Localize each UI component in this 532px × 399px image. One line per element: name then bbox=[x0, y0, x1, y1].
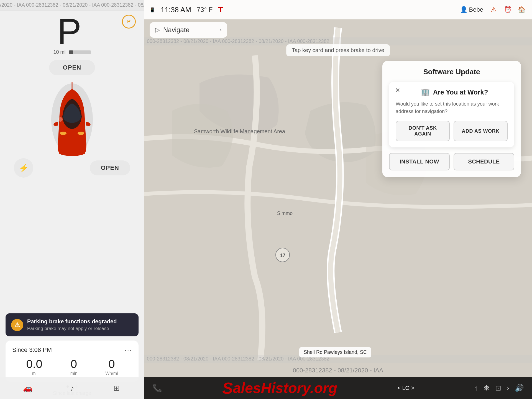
bottom-up-icon[interactable]: ↑ bbox=[474, 384, 478, 392]
navigate-chevron-icon: › bbox=[220, 26, 222, 34]
minutes-value: 0 bbox=[70, 358, 78, 370]
bottom-status-bar: 📞 S alesHistory.org < LO > ↑ ❋ ⊡ › 🔊 bbox=[144, 377, 532, 399]
svg-point-6 bbox=[58, 117, 63, 122]
warning-text: Parking brake functions degraded Parking… bbox=[27, 318, 117, 331]
top-bar: 📱 11:38 AM 73° F T 👤 Bebe ⚠ ⏰ 🏠 bbox=[144, 0, 532, 19]
car-image bbox=[42, 78, 103, 155]
map-label-simmo: Simmo bbox=[277, 211, 293, 216]
gear-indicator: P bbox=[57, 13, 81, 49]
wh-unit: Wh/mi bbox=[105, 371, 118, 376]
watermark-bottom: 000-28312382 - 08/21/2020 - IAA bbox=[144, 367, 532, 374]
open-trunk-button[interactable]: OPEN bbox=[90, 160, 130, 175]
stat-wh: 0 Wh/mi bbox=[105, 358, 118, 376]
warning-description: Parking brake may not apply or release bbox=[27, 326, 117, 331]
schedule-button[interactable]: SCHEDULE bbox=[454, 153, 514, 170]
work-dialog-buttons: DON'T ASK AGAIN ADD AS WORK bbox=[396, 121, 508, 141]
alarm-icon[interactable]: ⏰ bbox=[503, 5, 513, 15]
warning-banner: ⚠ Parking brake functions degraded Parki… bbox=[6, 313, 139, 336]
svg-point-3 bbox=[60, 147, 66, 150]
tesla-logo: T bbox=[218, 5, 223, 14]
svg-text:17: 17 bbox=[280, 253, 285, 258]
right-map-panel: 17 📱 11:38 AM 73° F T 👤 Bebe ⚠ ⏰ 🏠 bbox=[144, 0, 532, 399]
tap-prompt: Tap key card and press brake to drive bbox=[286, 44, 390, 56]
bottom-rear-icon[interactable]: ⊡ bbox=[495, 384, 501, 392]
phone-indicator: 📱 bbox=[150, 7, 155, 12]
nav-apps-icon[interactable]: ⊞ bbox=[109, 381, 123, 395]
bottom-chevron-right-icon[interactable]: › bbox=[507, 384, 509, 392]
stats-card: Since 3:08 PM ··· 0.0 mi 0 min 0 Wh/mi bbox=[6, 341, 139, 382]
work-dialog-close-button[interactable]: ✕ bbox=[393, 86, 402, 95]
work-building-icon: 🏢 bbox=[421, 88, 430, 96]
software-update-title: Software Update bbox=[389, 68, 514, 76]
bottom-right-icons: ↑ ❋ ⊡ › 🔊 bbox=[474, 384, 524, 392]
warning-title: Parking brake functions degraded bbox=[27, 318, 117, 325]
svg-point-1 bbox=[60, 132, 66, 135]
install-buttons: INSTALL NOW SCHEDULE bbox=[389, 153, 514, 170]
stats-header: Since 3:08 PM ··· bbox=[12, 346, 132, 354]
gear-area: P P bbox=[0, 11, 144, 49]
bottom-phone-icon[interactable]: 📞 bbox=[152, 383, 162, 393]
bottom-nav: 🚗 ♪ ⊞ bbox=[0, 377, 144, 399]
car-view: OPEN bbox=[0, 57, 144, 309]
left-panel: /2020 - IAA 000-28312382 - 08/21/2020 - … bbox=[0, 0, 144, 399]
svg-point-2 bbox=[78, 132, 84, 135]
time-display: 11:38 AM bbox=[161, 6, 191, 14]
sales-history-logo: S alesHistory.org bbox=[222, 379, 337, 397]
dont-ask-again-button[interactable]: DON'T ASK AGAIN bbox=[396, 121, 450, 141]
navigate-arrow-icon: ▷ bbox=[155, 26, 160, 34]
work-dialog: ✕ 🏢 Are You at Work? Would you like to s… bbox=[389, 82, 514, 147]
shell-rd-indicator: Shell Rd Pawleys Island, SC bbox=[299, 347, 371, 357]
work-dialog-title: Are You at Work? bbox=[433, 88, 488, 96]
svg-point-4 bbox=[78, 147, 84, 150]
navigate-bar[interactable]: ▷ Navigate › bbox=[150, 22, 227, 38]
stats-row: 0.0 mi 0 min 0 Wh/mi bbox=[12, 358, 132, 376]
bottom-volume-icon[interactable]: 🔊 bbox=[515, 384, 524, 392]
bottom-controls: ⚡ OPEN bbox=[6, 158, 139, 178]
lo-indicator: < LO > bbox=[397, 385, 414, 391]
temperature-display: 73° F bbox=[197, 6, 213, 14]
top-bar-icons: ⚠ ⏰ 🏠 bbox=[489, 5, 526, 15]
parking-brake-indicator: P bbox=[122, 15, 136, 29]
work-dialog-description: Would you like to set this location as y… bbox=[396, 100, 508, 115]
alert-icon[interactable]: ⚠ bbox=[489, 5, 499, 15]
top-bar-right: 👤 Bebe ⚠ ⏰ 🏠 bbox=[460, 5, 526, 15]
miles-value: 0.0 bbox=[26, 358, 42, 370]
miles-unit: mi bbox=[26, 371, 42, 376]
bottom-left-icons: 📞 bbox=[152, 383, 162, 393]
stat-miles: 0.0 mi bbox=[26, 358, 42, 376]
software-update-panel: Software Update ✕ 🏢 Are You at Work? Wou… bbox=[382, 61, 521, 177]
watermark-ticker-left: /2020 - IAA 000-28312382 - 08/21/2020 - … bbox=[0, 0, 144, 11]
stat-minutes: 0 min bbox=[70, 358, 78, 376]
nav-music-icon[interactable]: ♪ bbox=[65, 381, 79, 395]
map-label-samworth: Samworth Wildlife Management Area bbox=[194, 127, 285, 135]
stats-menu-dots[interactable]: ··· bbox=[125, 346, 132, 354]
main-container: /2020 - IAA 000-28312382 - 08/21/2020 - … bbox=[0, 0, 532, 399]
user-indicator: 👤 Bebe bbox=[460, 6, 483, 13]
install-now-button[interactable]: INSTALL NOW bbox=[389, 153, 450, 170]
work-dialog-header: 🏢 Are You at Work? bbox=[396, 88, 508, 96]
wh-value: 0 bbox=[105, 358, 118, 370]
charge-button[interactable]: ⚡ bbox=[14, 158, 33, 178]
warning-icon: ⚠ bbox=[11, 319, 23, 331]
home-icon[interactable]: 🏠 bbox=[516, 5, 526, 15]
minutes-unit: min bbox=[70, 371, 78, 376]
map-svg: 17 bbox=[144, 0, 532, 399]
add-as-work-button[interactable]: ADD AS WORK bbox=[454, 121, 508, 141]
open-frunk-button[interactable]: OPEN bbox=[49, 60, 95, 75]
bottom-fan-icon[interactable]: ❋ bbox=[484, 384, 490, 392]
navigate-label: Navigate bbox=[163, 26, 216, 34]
nav-car-icon[interactable]: 🚗 bbox=[21, 381, 35, 395]
stats-since-label: Since 3:08 PM bbox=[12, 346, 52, 354]
